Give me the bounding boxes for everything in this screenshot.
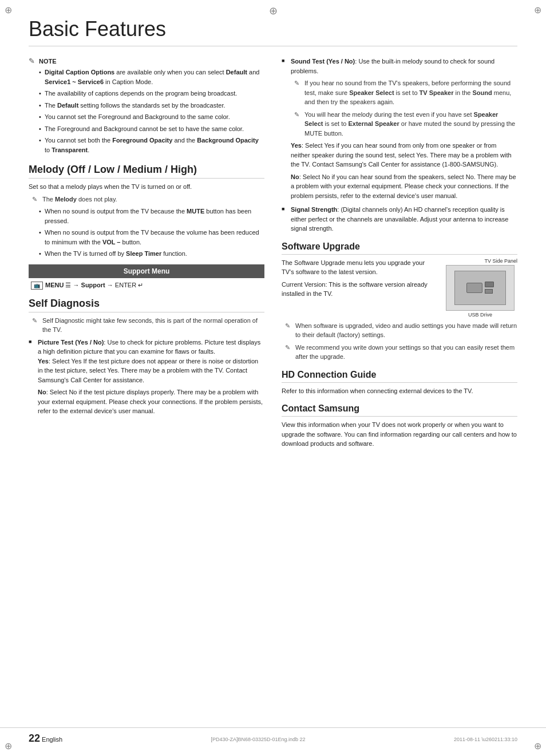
usb-panel-image [446,265,515,311]
melody-bullet-1: When no sound is output from the TV beca… [39,207,264,225]
software-desc-2: Current Version: This is the software ve… [282,280,437,299]
note-item-1: Digital Caption Options are available on… [39,68,264,86]
melody-bullet-2: When no sound is output from the TV beca… [39,228,264,247]
melody-note: The Melody does not play. [29,195,264,204]
page-title: Basic Features [29,17,517,46]
page-language: English [42,736,62,743]
contact-samsung-title: Contact Samsung [282,403,517,417]
software-upgrade-area: The Software Upgrade menu lets you upgra… [282,258,517,318]
picture-yes-block: Yes: Select Yes If the test picture does… [38,357,264,416]
note-item-2: The availability of captions depends on … [39,89,264,98]
picture-test-label: Picture Test (Yes / No): Use to check fo… [38,339,260,355]
signal-strength-label: Signal Strength: (Digital channels only)… [291,206,508,232]
footer-filename: [PD430-ZA]BN68-03325D-01Eng.indb 22 [211,737,305,742]
sound-note-1: If you hear no sound from the TV's speak… [291,78,517,107]
note-item-3: The Default setting follows the standard… [39,101,264,110]
page-number: 22 [29,733,40,744]
menu-tv-icon: 📺 [31,282,43,290]
right-column: Sound Test (Yes / No): Use the built-in … [282,57,517,452]
footer-file: [PD430-ZA]BN68-03325D-01Eng.indb 22 [211,735,305,742]
usb-drive-label: USB Drive [443,312,517,318]
sound-test-item: Sound Test (Yes / No): Use the built-in … [282,57,517,200]
support-menu-box: Support Menu [29,264,264,278]
sound-test-section: Sound Test (Yes / No): Use the built-in … [282,57,517,233]
sound-yes-no-block: Yes: Select Yes if you can hear sound fr… [291,141,517,200]
footer-right: 2011-08-11 \u260211:33:10 [454,735,517,742]
melody-bullet-3: When the TV is turned off by Sleep Timer… [39,249,264,259]
picture-test-item: Picture Test (Yes / No): Use to check fo… [29,338,264,416]
note-item-5: The Foreground and Background cannot be … [39,124,264,134]
software-desc-1: The Software Upgrade menu lets you upgra… [282,258,437,277]
main-content: ✎ NOTE Digital Caption Options are avail… [29,57,517,452]
note-item-6: You cannot set both the Foreground Opaci… [39,136,264,155]
software-upgrade-title: Software Upgrade [282,242,517,255]
hd-connection-desc: Refer to this information when connectin… [282,386,517,396]
crosshair-bottom-left-icon: ⊕ [5,741,12,751]
support-menu-label: Support Menu [124,267,170,275]
menu-nav: 📺 MENU ☰ → Support → ENTER ↵ [29,282,264,290]
crosshair-bottom-right-icon: ⊕ [534,741,541,751]
note-header: ✎ NOTE [29,57,264,65]
crosshair-top-right-icon: ⊕ [534,5,541,15]
footer-left: 22 English [29,733,62,745]
note-item-4: You cannot set the Foreground and Backgr… [39,112,264,122]
signal-strength-item: Signal Strength: (Digital channels only)… [282,205,517,233]
hd-connection-title: HD Connection Guide [282,370,517,383]
crosshair-top-center-icon: ⊕ [269,5,278,17]
note-list: Digital Caption Options are available on… [29,68,264,155]
tv-side-panel-label: TV Side Panel [443,258,517,264]
usb-panel-inner [454,271,506,305]
page-footer: 22 English [PD430-ZA]BN68-03325D-01Eng.i… [0,727,546,745]
contact-samsung-desc: View this information when your TV does … [282,420,517,449]
note-section: ✎ NOTE Digital Caption Options are avail… [29,57,264,155]
sound-test-label: Sound Test (Yes / No): Use the built-in … [291,58,494,74]
software-note-1: When software is upgraded, video and aud… [282,321,517,340]
melody-bullets: When no sound is output from the TV beca… [29,207,264,259]
note-icon: ✎ [29,57,35,65]
crosshair-top-left-icon: ⊕ [5,5,12,15]
picture-test-section: Picture Test (Yes / No): Use to check fo… [29,338,264,416]
sound-note-2: You will hear the melody during the test… [291,110,517,138]
left-column: ✎ NOTE Digital Caption Options are avail… [29,57,264,452]
note-label: NOTE [39,58,57,65]
usb-diagram: TV Side Panel USB Drive [443,258,517,318]
melody-desc: Set so that a melody plays when the TV i… [29,182,264,192]
software-note-2: We recommend you write down your setting… [282,343,517,362]
software-text: The Software Upgrade menu lets you upgra… [282,258,437,302]
self-diag-note: Self Diagnostic might take few seconds, … [29,316,264,335]
menu-nav-text: MENU ☰ → Support → ENTER ↵ [45,282,143,289]
self-diag-title: Self Diagnosis [29,298,264,312]
footer-date: 2011-08-11 \u260211:33:10 [454,737,517,742]
page: ⊕ ⊕ ⊕ Basic Features ✎ NOTE Digital Capt… [0,0,546,756]
melody-title: Melody (Off / Low / Medium / High) [29,164,264,179]
